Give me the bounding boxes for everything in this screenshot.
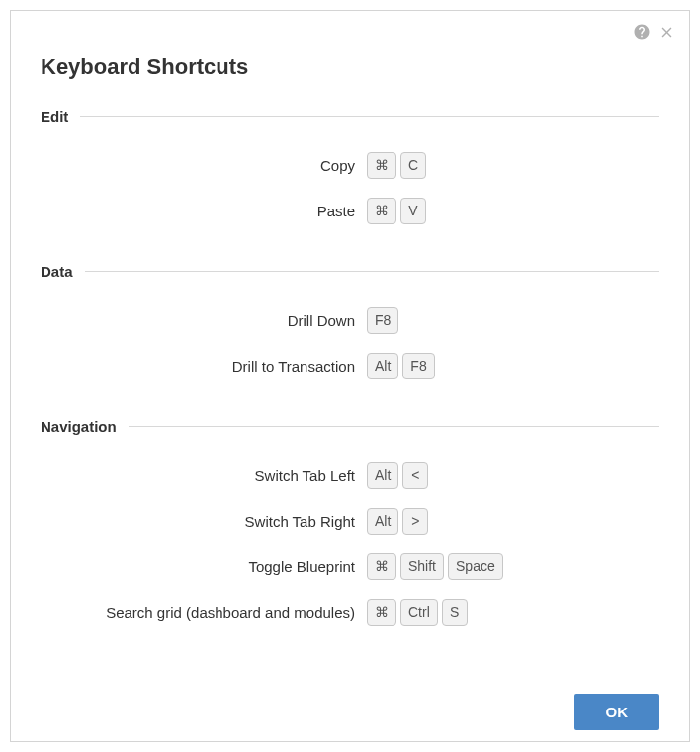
shortcut-label: Drill to Transaction	[41, 358, 367, 375]
shortcut-label: Switch Tab Right	[41, 513, 367, 530]
dialog-footer: OK	[41, 664, 659, 730]
key: >	[402, 508, 428, 535]
key: ⌘	[367, 152, 396, 179]
section-title: Navigation	[41, 418, 129, 435]
key: Alt	[367, 508, 398, 535]
section-navigation: Navigation Switch Tab Left Alt < Switch …	[41, 418, 659, 642]
section-header: Edit	[41, 108, 659, 125]
section-title: Data	[41, 263, 85, 280]
shortcut-keys: Alt F8	[367, 353, 435, 379]
key: F8	[402, 353, 434, 379]
shortcut-keys: ⌘ Shift Space	[367, 553, 503, 580]
shortcut-label: Copy	[41, 157, 367, 174]
shortcut-label: Switch Tab Left	[41, 467, 367, 484]
keyboard-shortcuts-dialog: Keyboard Shortcuts Edit Copy ⌘ C Paste ⌘…	[10, 10, 690, 742]
shortcut-row-drill-transaction: Drill to Transaction Alt F8	[41, 351, 659, 380]
help-icon[interactable]	[633, 23, 651, 41]
key: Ctrl	[400, 599, 438, 626]
ok-button[interactable]: OK	[574, 694, 660, 730]
section-data: Data Drill Down F8 Drill to Transaction …	[41, 263, 659, 396]
key: Alt	[367, 462, 398, 489]
shortcut-row-copy: Copy ⌘ C	[41, 150, 659, 180]
section-title: Edit	[41, 108, 80, 125]
section-rule	[85, 271, 659, 272]
shortcut-keys: ⌘ V	[367, 198, 426, 224]
key: Shift	[400, 553, 444, 580]
shortcut-keys: ⌘ C	[367, 152, 426, 179]
shortcut-row-switch-tab-right: Switch Tab Right Alt >	[41, 506, 659, 536]
section-edit: Edit Copy ⌘ C Paste ⌘ V	[41, 108, 659, 241]
key: F8	[367, 307, 398, 334]
shortcut-keys: Alt >	[367, 508, 428, 535]
dialog-header-controls	[633, 23, 675, 41]
key: ⌘	[367, 599, 396, 626]
shortcut-label: Paste	[41, 203, 367, 219]
shortcut-row-paste: Paste ⌘ V	[41, 196, 659, 225]
shortcut-row-search-grid: Search grid (dashboard and modules) ⌘ Ct…	[41, 597, 659, 627]
key: C	[400, 152, 426, 179]
section-rule	[80, 116, 659, 117]
shortcut-label: Toggle Blueprint	[41, 558, 367, 575]
dialog-title: Keyboard Shortcuts	[41, 54, 659, 80]
shortcut-keys: F8	[367, 307, 398, 334]
key: Space	[448, 553, 503, 580]
shortcut-keys: Alt <	[367, 462, 428, 489]
key: ⌘	[367, 198, 396, 224]
section-header: Data	[41, 263, 659, 280]
shortcut-label: Search grid (dashboard and modules)	[41, 604, 367, 621]
shortcut-label: Drill Down	[41, 312, 367, 329]
key: <	[402, 462, 428, 489]
shortcut-row-drill-down: Drill Down F8	[41, 305, 659, 335]
shortcut-row-toggle-blueprint: Toggle Blueprint ⌘ Shift Space	[41, 551, 659, 581]
section-rule	[129, 426, 659, 427]
shortcut-keys: ⌘ Ctrl S	[367, 599, 468, 626]
close-icon[interactable]	[658, 24, 675, 41]
key: Alt	[367, 353, 398, 379]
key: ⌘	[367, 553, 396, 580]
key: S	[442, 599, 468, 626]
key: V	[400, 198, 426, 224]
section-header: Navigation	[41, 418, 659, 435]
shortcut-row-switch-tab-left: Switch Tab Left Alt <	[41, 460, 659, 490]
